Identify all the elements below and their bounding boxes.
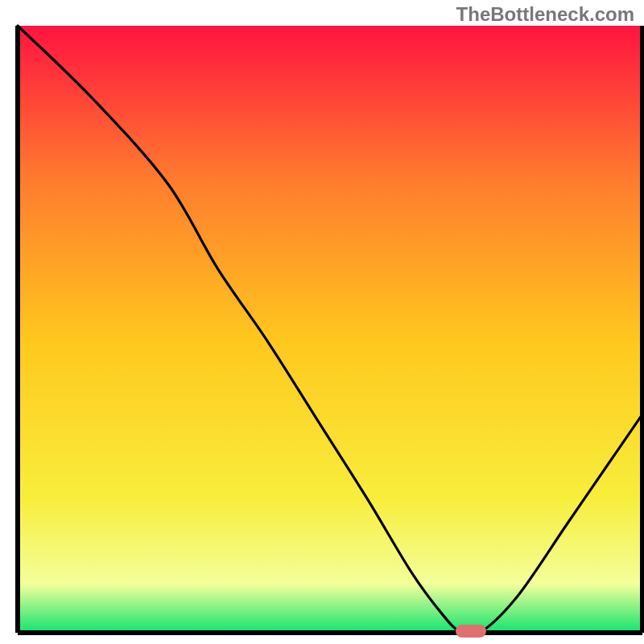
watermark-text: TheBottleneck.com: [456, 3, 634, 26]
chart-frame: TheBottleneck.com: [0, 0, 644, 644]
optimal-point-marker: [456, 625, 486, 638]
bottleneck-chart: [0, 0, 644, 644]
